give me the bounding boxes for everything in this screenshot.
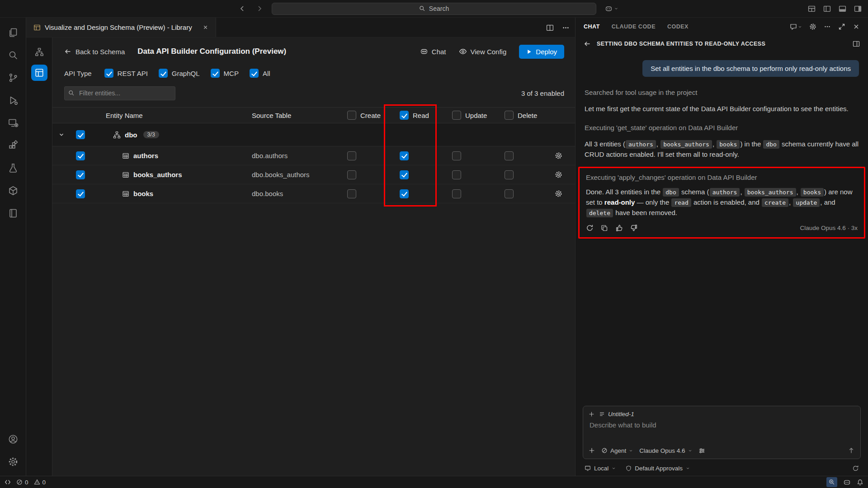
copilot-menu-button[interactable] xyxy=(605,5,618,13)
chat-settings-gear-icon[interactable] xyxy=(809,23,816,30)
chat-more-actions-icon[interactable] xyxy=(824,23,831,30)
all-checkbox[interactable] xyxy=(250,69,259,78)
model-picker[interactable]: Claude Opus 4.6 xyxy=(639,447,692,454)
group-expand-chevron-icon[interactable] xyxy=(52,131,71,138)
filter-search-icon xyxy=(68,90,75,96)
source-control-icon[interactable] xyxy=(2,66,24,89)
update-checkbox[interactable] xyxy=(452,189,461,198)
row-settings-gear-icon[interactable] xyxy=(542,152,575,160)
filter-entities-input[interactable] xyxy=(64,86,175,100)
open-in-editor-icon[interactable] xyxy=(853,40,860,47)
thumbs-down-icon[interactable] xyxy=(630,224,638,232)
row-select-checkbox[interactable] xyxy=(76,151,85,160)
history-forward-icon[interactable] xyxy=(256,5,263,12)
update-checkbox[interactable] xyxy=(452,151,461,160)
testing-icon[interactable] xyxy=(2,157,24,179)
chat-prompt-input[interactable] xyxy=(590,421,854,429)
delete-checkbox[interactable] xyxy=(505,151,514,160)
schema-diagram-view-icon[interactable] xyxy=(31,44,47,60)
add-context-icon[interactable] xyxy=(589,411,594,417)
new-chat-icon[interactable] xyxy=(790,23,802,30)
thumbs-up-icon[interactable] xyxy=(615,224,623,232)
session-sync-icon[interactable] xyxy=(852,465,859,472)
regenerate-icon[interactable] xyxy=(586,224,594,232)
approvals-picker[interactable]: Default Approvals xyxy=(626,465,690,472)
row-select-checkbox[interactable] xyxy=(76,170,85,179)
vscode-window: Search xyxy=(0,0,868,488)
warnings-indicator[interactable]: 0 xyxy=(34,479,46,486)
back-to-schema-link[interactable]: Back to Schema xyxy=(64,48,125,56)
mcp-label: MCP xyxy=(224,70,239,77)
database-projects-icon[interactable] xyxy=(2,179,24,202)
table-row[interactable]: books_authors dbo.books_authors xyxy=(52,165,575,184)
assistant-paragraph: Let me first get the current state of th… xyxy=(585,103,859,114)
settings-gear-icon[interactable] xyxy=(2,450,24,473)
session-title: SETTING DBO SCHEMA ENTITIES TO READ-ONLY… xyxy=(597,41,847,47)
tab-codex[interactable]: CODEX xyxy=(667,23,689,30)
read-checkbox[interactable] xyxy=(400,151,409,160)
remote-explorer-icon[interactable] xyxy=(2,112,24,134)
toggle-panel-icon[interactable] xyxy=(839,5,846,13)
read-column-checkbox[interactable] xyxy=(400,111,409,120)
graphql-checkbox[interactable] xyxy=(159,69,168,78)
chat-button-label: Chat xyxy=(432,48,446,56)
attach-icon[interactable] xyxy=(589,447,595,454)
errors-indicator[interactable]: 0 xyxy=(16,479,28,486)
create-checkbox[interactable] xyxy=(347,189,356,198)
delete-checkbox[interactable] xyxy=(505,189,514,198)
deploy-button[interactable]: Deploy xyxy=(519,45,564,59)
tab-chat[interactable]: CHAT xyxy=(584,23,600,30)
update-column-checkbox[interactable] xyxy=(452,111,461,120)
tab-close-icon[interactable] xyxy=(203,24,208,30)
row-select-checkbox[interactable] xyxy=(76,189,85,198)
create-checkbox[interactable] xyxy=(347,151,356,160)
close-panel-icon[interactable] xyxy=(853,23,860,30)
history-back-icon[interactable] xyxy=(239,5,246,12)
more-actions-icon[interactable] xyxy=(562,24,570,32)
group-select-checkbox[interactable] xyxy=(76,130,85,139)
update-checkbox[interactable] xyxy=(452,170,461,179)
session-back-icon[interactable] xyxy=(584,40,591,47)
schema-group-row[interactable]: dbo 3/3 xyxy=(52,123,575,146)
tools-sliders-icon[interactable] xyxy=(698,447,705,454)
table-row[interactable]: books dbo.books xyxy=(52,184,575,203)
row-settings-gear-icon[interactable] xyxy=(542,190,575,197)
copilot-status-icon[interactable] xyxy=(843,479,851,486)
chat-button[interactable]: Chat xyxy=(420,47,446,56)
toggle-secondary-sidebar-icon[interactable] xyxy=(854,5,862,13)
delete-column-checkbox[interactable] xyxy=(505,111,514,120)
view-config-button[interactable]: View Config xyxy=(459,47,507,56)
mcp-checkbox[interactable] xyxy=(211,69,220,78)
extensions-icon[interactable] xyxy=(2,134,24,157)
account-icon[interactable] xyxy=(2,428,24,450)
toggle-sidebar-icon[interactable] xyxy=(823,5,831,13)
customize-layout-icon[interactable] xyxy=(808,5,816,13)
search-icon[interactable] xyxy=(2,44,24,66)
read-checkbox[interactable] xyxy=(400,170,409,179)
notebooks-icon[interactable] xyxy=(2,202,24,225)
split-editor-icon[interactable] xyxy=(546,24,554,32)
agent-mode-picker[interactable]: Agent xyxy=(601,447,633,454)
send-icon[interactable] xyxy=(848,447,855,454)
explorer-icon[interactable] xyxy=(2,21,24,44)
table-row[interactable]: authors dbo.authors xyxy=(52,146,575,165)
maximize-panel-icon[interactable] xyxy=(838,23,845,30)
rest-api-checkbox[interactable] xyxy=(104,69,113,78)
read-checkbox[interactable] xyxy=(400,189,409,198)
enabled-summary: 3 of 3 enabled xyxy=(521,89,564,97)
command-center-search[interactable]: Search xyxy=(272,3,596,15)
dab-config-view-icon[interactable] xyxy=(31,65,47,81)
tab-visualize-design-schema[interactable]: Visualize and Design Schema (Preview) - … xyxy=(26,18,216,37)
row-settings-gear-icon[interactable] xyxy=(542,171,575,178)
notifications-bell-icon[interactable] xyxy=(857,479,863,486)
zoom-status-icon[interactable] xyxy=(826,477,837,487)
delete-checkbox[interactable] xyxy=(505,170,514,179)
create-column-checkbox[interactable] xyxy=(347,111,356,120)
context-chip-untitled-1[interactable]: Untitled-1 xyxy=(599,411,634,418)
run-debug-icon[interactable] xyxy=(2,89,24,112)
remote-indicator-icon[interactable] xyxy=(5,479,11,485)
environment-picker[interactable]: Local xyxy=(585,465,616,472)
tab-claude-code[interactable]: CLAUDE CODE xyxy=(612,23,656,30)
create-checkbox[interactable] xyxy=(347,170,356,179)
copy-icon[interactable] xyxy=(601,225,608,232)
